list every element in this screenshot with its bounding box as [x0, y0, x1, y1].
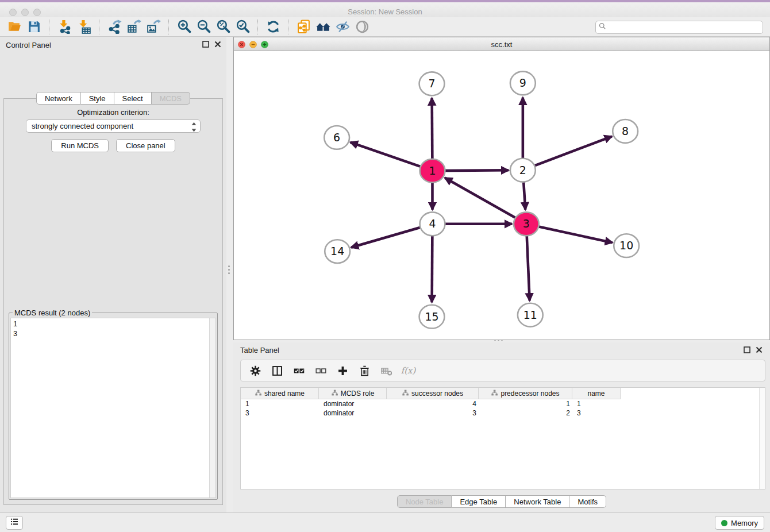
- mcds-result-area[interactable]: 1 3: [10, 318, 216, 498]
- mcds-result-text: 1 3: [11, 318, 209, 498]
- toolbar-separator: [288, 20, 288, 34]
- select-all-rows-icon[interactable]: [289, 362, 309, 379]
- table-cell: 3: [241, 408, 319, 418]
- close-panel-icon[interactable]: [214, 40, 222, 48]
- tab-network[interactable]: Network: [36, 92, 81, 105]
- run-mcds-button[interactable]: Run MCDS: [51, 139, 109, 152]
- main-titlebar[interactable]: Session: New Session: [0, 2, 770, 17]
- graph-edge-3-1[interactable]: [445, 178, 526, 223]
- toolbar-separator: [168, 20, 169, 34]
- table-cell: 3: [387, 408, 479, 418]
- save-session-icon[interactable]: [24, 18, 44, 36]
- control-panel-title: Control Panel: [6, 41, 51, 49]
- table-toolbar: f(x): [240, 360, 765, 381]
- criterion-select[interactable]: strongly connected component: [26, 119, 201, 133]
- delete-column-icon[interactable]: [355, 362, 374, 379]
- column-header-name[interactable]: name: [572, 388, 621, 399]
- open-session-icon[interactable]: [5, 18, 24, 36]
- column-tree-icon: [331, 389, 338, 398]
- search-input[interactable]: [607, 21, 763, 33]
- export-network-icon[interactable]: [105, 18, 124, 36]
- tab-motifs[interactable]: Motifs: [569, 495, 606, 508]
- tab-node-table[interactable]: Node Table: [397, 495, 452, 508]
- mcds-result-group: MCDS result (2 nodes) 1 3: [9, 313, 218, 500]
- search-box[interactable]: [595, 21, 763, 34]
- vertical-splitter[interactable]: [228, 265, 230, 274]
- toggle-panel-layout-icon[interactable]: [267, 362, 287, 379]
- table-cell: 4: [387, 399, 479, 408]
- zoom-fit-icon[interactable]: [213, 18, 233, 36]
- column-header-predecessor-nodes[interactable]: predecessor nodes: [479, 388, 572, 399]
- first-neighbors-icon[interactable]: [313, 18, 333, 36]
- network-window-title: scc.txt: [234, 40, 769, 49]
- application-window: Session: New Session Control Panel Netwo…: [0, 0, 770, 532]
- close-panel-button[interactable]: Close panel: [116, 139, 175, 152]
- network-canvas[interactable]: 7968124314101511: [234, 51, 769, 340]
- network-graph: 7968124314101511: [234, 51, 769, 340]
- column-tree-icon: [402, 389, 409, 398]
- export-table-icon[interactable]: [124, 18, 144, 36]
- column-header-mcds-role[interactable]: MCDS role: [319, 388, 387, 399]
- status-bar: Memory: [0, 512, 770, 532]
- mcds-result-scrollbar[interactable]: [209, 318, 215, 498]
- search-icon: [598, 22, 607, 33]
- function-builder-icon: f(x): [398, 362, 418, 379]
- graph-node-label-9: 9: [519, 76, 526, 89]
- import-network-icon[interactable]: [55, 18, 74, 36]
- node-table-header: shared name MCDS role successor nodes pr…: [241, 388, 765, 399]
- graph-node-label-15: 15: [425, 310, 438, 323]
- float-panel-icon[interactable]: [202, 40, 210, 48]
- tab-mcds[interactable]: MCDS: [152, 92, 190, 105]
- zoom-out-icon[interactable]: [194, 18, 213, 36]
- graph-node-label-11: 11: [523, 309, 537, 321]
- list-icon: [9, 516, 20, 529]
- graph-node-label-14: 14: [330, 245, 344, 257]
- mcds-result-title: MCDS result (2 nodes): [13, 309, 92, 317]
- deselect-all-rows-icon[interactable]: [311, 362, 330, 379]
- graph-edge-2-8[interactable]: [523, 136, 612, 170]
- network-window-titlebar[interactable]: scc.txt: [234, 37, 769, 51]
- export-image-icon[interactable]: [144, 18, 163, 36]
- node-table: shared name MCDS role successor nodes pr…: [240, 387, 765, 489]
- table-scrollbar[interactable]: [759, 388, 765, 489]
- control-panel: Control Panel Network Style Select MCDS …: [0, 37, 226, 512]
- table-settings-icon[interactable]: [245, 362, 265, 379]
- graph-node-label-6: 6: [333, 131, 340, 144]
- clone-network-icon[interactable]: [294, 18, 313, 36]
- table-cell: 1: [241, 399, 319, 408]
- criterion-selected-value: strongly connected component: [32, 122, 133, 130]
- memory-button[interactable]: Memory: [715, 516, 764, 530]
- tab-edge-table[interactable]: Edge Table: [452, 495, 506, 508]
- column-header-successor-nodes[interactable]: successor nodes: [387, 388, 479, 399]
- apply-layout-icon[interactable]: [263, 18, 283, 36]
- delete-table-icon: [376, 362, 396, 379]
- graph-node-label-3: 3: [523, 217, 530, 230]
- hide-selected-icon[interactable]: [333, 18, 352, 36]
- table-cell: 1: [572, 399, 621, 408]
- memory-label: Memory: [731, 519, 758, 527]
- node-table-body: 1dominator4113dominator323: [241, 399, 765, 418]
- table-row[interactable]: 3dominator323: [241, 408, 765, 418]
- graph-node-label-4: 4: [429, 217, 436, 230]
- table-panel-header: Table Panel: [233, 342, 770, 357]
- tab-select[interactable]: Select: [114, 92, 152, 105]
- column-header-shared-name[interactable]: shared name: [241, 388, 319, 399]
- table-cell: dominator: [319, 399, 387, 408]
- import-table-icon[interactable]: [74, 18, 94, 36]
- float-table-panel-icon[interactable]: [743, 346, 751, 354]
- toolbar-separator: [49, 20, 49, 34]
- graph-node-label-1: 1: [429, 164, 436, 177]
- tab-style[interactable]: Style: [81, 92, 114, 105]
- close-table-panel-icon[interactable]: [755, 346, 763, 354]
- table-cell: dominator: [319, 408, 387, 418]
- control-panel-header: Control Panel: [0, 37, 226, 52]
- memory-status-icon: [721, 520, 727, 526]
- task-history-button[interactable]: [6, 516, 23, 530]
- table-panel-title: Table Panel: [240, 346, 279, 354]
- zoom-in-icon[interactable]: [174, 18, 194, 36]
- table-cell: 3: [572, 408, 621, 418]
- table-row[interactable]: 1dominator411: [241, 399, 765, 408]
- zoom-selected-icon[interactable]: [233, 18, 252, 36]
- create-column-icon[interactable]: [333, 362, 352, 379]
- tab-network-table[interactable]: Network Table: [506, 495, 569, 508]
